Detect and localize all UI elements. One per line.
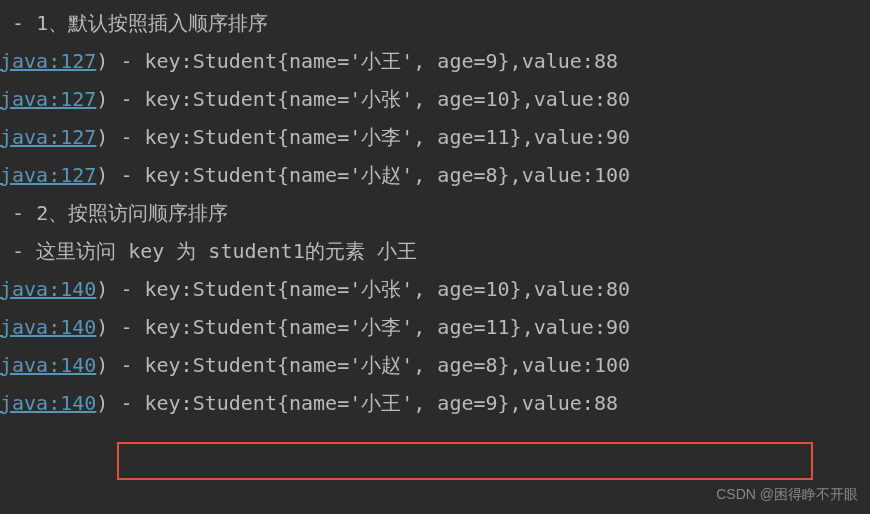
line-sep: ) - <box>96 163 144 187</box>
line-prefix: - <box>0 201 36 225</box>
source-link[interactable]: java:127 <box>0 163 96 187</box>
line-sep: ) - <box>96 277 144 301</box>
log-content: key:Student{name='小李', age=11},value:90 <box>145 315 631 339</box>
console-line-log: java:127) - key:Student{name='小张', age=1… <box>0 80 870 118</box>
console-line-header: - 1、默认按照插入顺序排序 <box>0 4 870 42</box>
console-line-log: java:140) - key:Student{name='小张', age=1… <box>0 270 870 308</box>
console-line-log: java:127) - key:Student{name='小王', age=9… <box>0 42 870 80</box>
console-line-log: java:140) - key:Student{name='小王', age=9… <box>0 384 870 422</box>
line-prefix: - <box>0 239 36 263</box>
line-sep: ) - <box>96 391 144 415</box>
source-link[interactable]: java:127 <box>0 87 96 111</box>
source-link[interactable]: java:127 <box>0 125 96 149</box>
console-line-log: java:140) - key:Student{name='小赵', age=8… <box>0 346 870 384</box>
source-link[interactable]: java:140 <box>0 353 96 377</box>
line-sep: ) - <box>96 49 144 73</box>
console-line-header: - 这里访问 key 为 student1的元素 小王 <box>0 232 870 270</box>
line-text: 2、按照访问顺序排序 <box>36 201 228 225</box>
log-content: key:Student{name='小王', age=9},value:88 <box>145 391 618 415</box>
source-link[interactable]: java:127 <box>0 49 96 73</box>
line-sep: ) - <box>96 87 144 111</box>
console-line-header: - 2、按照访问顺序排序 <box>0 194 870 232</box>
line-text: 1、默认按照插入顺序排序 <box>36 11 268 35</box>
console-output: - 1、默认按照插入顺序排序 java:127) - key:Student{n… <box>0 0 870 426</box>
console-line-log: java:127) - key:Student{name='小李', age=1… <box>0 118 870 156</box>
highlight-annotation <box>117 442 813 480</box>
source-link[interactable]: java:140 <box>0 391 96 415</box>
log-content: key:Student{name='小张', age=10},value:80 <box>145 87 631 111</box>
console-line-log: java:140) - key:Student{name='小李', age=1… <box>0 308 870 346</box>
line-sep: ) - <box>96 353 144 377</box>
log-content: key:Student{name='小李', age=11},value:90 <box>145 125 631 149</box>
line-prefix: - <box>0 11 36 35</box>
log-content: key:Student{name='小王', age=9},value:88 <box>145 49 618 73</box>
source-link[interactable]: java:140 <box>0 277 96 301</box>
source-link[interactable]: java:140 <box>0 315 96 339</box>
watermark: CSDN @困得睁不开眼 <box>716 481 858 508</box>
line-sep: ) - <box>96 315 144 339</box>
log-content: key:Student{name='小赵', age=8},value:100 <box>145 163 631 187</box>
log-content: key:Student{name='小赵', age=8},value:100 <box>145 353 631 377</box>
line-sep: ) - <box>96 125 144 149</box>
console-line-log: java:127) - key:Student{name='小赵', age=8… <box>0 156 870 194</box>
log-content: key:Student{name='小张', age=10},value:80 <box>145 277 631 301</box>
line-text: 这里访问 key 为 student1的元素 小王 <box>36 239 417 263</box>
